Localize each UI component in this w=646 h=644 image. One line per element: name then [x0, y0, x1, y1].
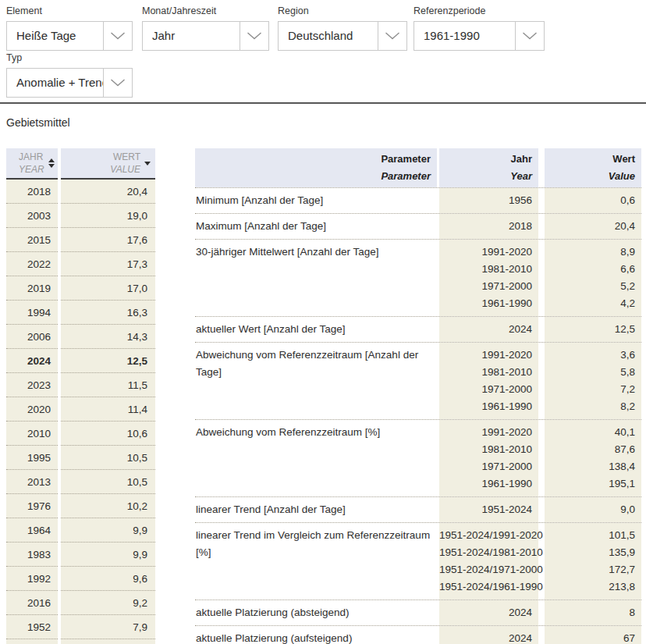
element-dropdown-value: Heiße Tage — [7, 22, 103, 50]
value-cell: 11,4 — [61, 397, 155, 422]
year-cell: 1991-20201981-20101971-20001961-1990 — [439, 343, 538, 419]
year-value-table: JAHR YEAR WERT VALUE 201820,4200319,0201… — [6, 148, 155, 644]
value-cell: 0,6 — [545, 188, 641, 213]
year-cell: 1991-20201981-20101971-20001961-1990 — [439, 240, 538, 316]
year-cell: 2013 — [6, 470, 58, 494]
sort-both-icon — [48, 158, 55, 168]
value-line: 195,1 — [545, 475, 635, 493]
stats-table-row: aktueller Wert [Anzahl der Tage]202412,5 — [195, 316, 641, 342]
year-line: 1961-1990 — [439, 475, 532, 493]
year-table-row: 201517,6 — [6, 228, 155, 252]
value-line: 138,4 — [545, 458, 635, 475]
year-line: 1961-1990 — [439, 295, 532, 312]
reference-period-dropdown[interactable]: 1961-1990 — [414, 21, 545, 51]
year-table-row: 19839,9 — [6, 543, 155, 567]
stats-table-row: Minimum [Anzahl der Tage]19560,6 — [195, 187, 641, 213]
parameter-cell: linearer Trend im Vergleich zum Referenz… — [195, 523, 437, 600]
year-cell: 2024 — [439, 600, 538, 625]
year-cell: 1964 — [6, 518, 58, 543]
year-line: 1991-2020 — [439, 424, 532, 441]
section-title: Gebietsmittel — [6, 116, 70, 129]
year-table-row: 200319,0 — [6, 204, 155, 228]
value-cell — [61, 639, 155, 644]
year-table-row: 197610,2 — [6, 494, 155, 518]
stats-table-body: Minimum [Anzahl der Tage]19560,6Maximum … — [195, 187, 641, 644]
year-table-row: 19929,6 — [6, 567, 155, 591]
value-cell: 67 — [545, 626, 641, 644]
value-cell: 19,0 — [61, 204, 155, 228]
year-cell: 2018 — [439, 214, 538, 239]
year-cell: 2018 — [6, 180, 58, 204]
value-line: 20,4 — [545, 218, 635, 235]
year-line: 1971-2000 — [439, 278, 532, 295]
value-cell: 9,6 — [61, 567, 155, 591]
value-line: 9,0 — [545, 501, 635, 518]
year-table-row: 20169,2 — [6, 591, 155, 615]
value-cell: 3,65,87,28,2 — [545, 343, 641, 419]
value-line: 5,2 — [545, 278, 635, 295]
value-line: 0,6 — [545, 192, 635, 209]
filter-region: Region Deutschland — [278, 6, 407, 51]
year-line: 1951-2024 — [439, 501, 532, 518]
chevron-down-icon — [240, 22, 268, 50]
year-cell: 1994 — [6, 301, 58, 325]
year-cell: 2023 — [6, 373, 58, 397]
year-cell: 2015 — [6, 228, 58, 252]
value-line: 87,6 — [545, 441, 635, 458]
year-line: 2024 — [439, 604, 532, 621]
value-column-header[interactable]: WERT VALUE — [61, 148, 155, 180]
year-table-row: 200614,3 — [6, 325, 155, 349]
year-cell: 1951-2024/1991-20201951-2024/1981-201019… — [439, 523, 538, 600]
region-dropdown[interactable]: Deutschland — [278, 21, 407, 51]
value-cell: 11,5 — [61, 373, 155, 397]
year-cell: 2006 — [6, 325, 58, 349]
year-header-en: YEAR — [19, 163, 44, 176]
filter-element: Element Heiße Tage — [6, 6, 133, 51]
year-line: 1981-2010 — [439, 441, 532, 458]
filter-reference-period: Referenzperiode 1961-1990 — [414, 6, 545, 51]
year-table-row: 201010,6 — [6, 422, 155, 446]
reference-period-label: Referenzperiode — [414, 6, 545, 16]
parameter-cell: Abweichung vom Referenzzeitraum [Anzahl … — [195, 343, 437, 419]
value-header-de: WERT — [110, 151, 140, 163]
element-dropdown[interactable]: Heiße Tage — [6, 21, 133, 51]
value-line: 213,8 — [545, 578, 635, 596]
year-line: 1951-2024/1981-2010 — [439, 544, 532, 561]
year-column-header[interactable]: JAHR YEAR — [6, 148, 58, 180]
value-line: 6,6 — [545, 261, 635, 278]
value-cell: 9,0 — [545, 497, 641, 522]
year-table-row: 201310,5 — [6, 470, 155, 494]
year-cell: 1983 — [6, 543, 58, 567]
parameter-cell: Abweichung vom Referenzzeitraum [%] — [195, 420, 437, 496]
year-cell: 2024 — [6, 349, 58, 373]
year-cell: 2024 — [439, 626, 538, 644]
year-cell: 2016 — [6, 591, 58, 615]
year-table-row: 202217,3 — [6, 252, 155, 276]
parameter-column-header: Parameter Parameter — [195, 148, 437, 187]
year-table-body: 201820,4200319,0201517,6202217,3201917,0… — [6, 180, 155, 644]
stats-table-row: Abweichung vom Referenzzeitraum [Anzahl … — [195, 342, 641, 419]
year-cell — [6, 639, 58, 644]
year-cell: 2020 — [6, 397, 58, 422]
year-cell: 2003 — [6, 204, 58, 228]
year-cell: 2022 — [6, 252, 58, 276]
year-cell: 2019 — [6, 276, 58, 301]
year-table-row: 201917,0 — [6, 276, 155, 301]
stats-table-row: Maximum [Anzahl der Tage]201820,4 — [195, 213, 641, 239]
value-cell: 12,5 — [61, 349, 155, 373]
year-table-row-clipped — [6, 639, 155, 644]
value-cell: 20,4 — [545, 214, 641, 239]
year-table-row: 19527,9 — [6, 615, 155, 639]
value-line: 40,1 — [545, 424, 635, 441]
value-cell: 16,3 — [61, 301, 155, 325]
month-season-dropdown-value: Jahr — [143, 22, 240, 50]
month-season-dropdown[interactable]: Jahr — [142, 21, 269, 51]
type-dropdown[interactable]: Anomalie + Trend (Stan — [6, 68, 133, 98]
year-table-row: 202011,4 — [6, 397, 155, 422]
value-cell: 17,3 — [61, 252, 155, 276]
value-cell: 20,4 — [61, 180, 155, 204]
value-line: 67 — [545, 630, 635, 644]
value-cell: 10,5 — [61, 446, 155, 470]
year-cell: 1991-20201981-20101971-20001961-1990 — [439, 420, 538, 496]
value-line: 135,9 — [545, 544, 635, 561]
